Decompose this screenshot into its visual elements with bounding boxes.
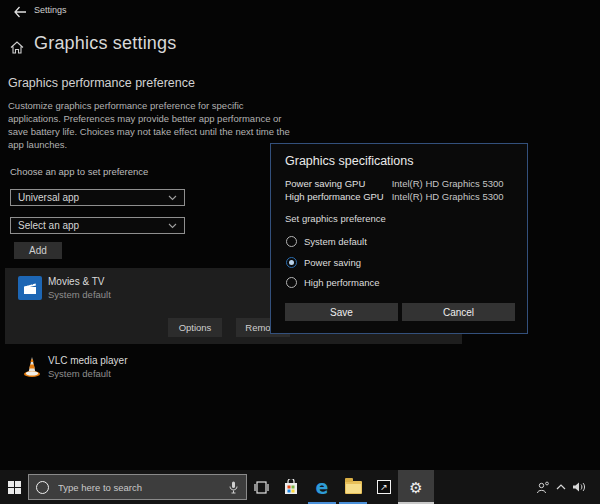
tray-chevron-up-icon[interactable] bbox=[553, 470, 569, 504]
app-name: Movies & TV bbox=[48, 276, 105, 287]
spec-row-power-saving-gpu: Power saving GPU Intel(R) HD Graphics 53… bbox=[285, 178, 515, 189]
cancel-button[interactable]: Cancel bbox=[402, 303, 515, 321]
gear-icon: ⚙ bbox=[409, 480, 422, 495]
chevron-down-icon bbox=[168, 223, 177, 229]
graphics-specifications-dialog: Graphics specifications Power saving GPU… bbox=[270, 143, 528, 334]
app-name: VLC media player bbox=[48, 355, 127, 366]
spec-value: Intel(R) HD Graphics 5300 bbox=[392, 178, 504, 189]
cortana-icon bbox=[36, 481, 49, 494]
radio-circle-icon bbox=[286, 236, 297, 247]
settings-window: Settings Graphics settings Graphics perf… bbox=[0, 0, 600, 504]
radio-circle-icon bbox=[286, 277, 297, 288]
radio-power-saving[interactable]: Power saving bbox=[286, 255, 361, 269]
section-description: Customize graphics performance preferenc… bbox=[8, 99, 294, 151]
radio-system-default[interactable]: System default bbox=[286, 234, 367, 248]
microsoft-store-button[interactable] bbox=[278, 470, 304, 504]
app-preference: System default bbox=[48, 368, 111, 379]
app-select-dropdown-value: Select an app bbox=[18, 220, 79, 231]
volume-icon[interactable] bbox=[569, 470, 589, 504]
movies-tv-icon bbox=[18, 276, 42, 300]
app-select-dropdown[interactable]: Select an app bbox=[10, 217, 185, 234]
start-button[interactable] bbox=[0, 470, 28, 504]
home-icon[interactable] bbox=[10, 41, 24, 54]
radio-high-performance[interactable]: High performance bbox=[286, 275, 380, 289]
section-title: Graphics performance preference bbox=[8, 76, 195, 90]
shortcut-arrow-icon: ↗ bbox=[377, 480, 391, 494]
spec-value: Intel(R) HD Graphics 5300 bbox=[392, 191, 504, 202]
vlc-icon bbox=[20, 352, 44, 378]
save-button[interactable]: Save bbox=[285, 303, 398, 321]
app-kind-dropdown[interactable]: Universal app bbox=[10, 189, 185, 206]
task-view-button[interactable] bbox=[248, 470, 274, 504]
search-placeholder: Type here to search bbox=[58, 482, 229, 493]
back-arrow-icon bbox=[13, 6, 27, 18]
dialog-title: Graphics specifications bbox=[285, 154, 414, 168]
back-button[interactable] bbox=[10, 3, 30, 21]
microphone-icon[interactable] bbox=[229, 481, 238, 494]
app-item-vlc[interactable]: VLC media player System default bbox=[5, 348, 462, 384]
radio-label: Power saving bbox=[304, 257, 361, 268]
edge-browser-button[interactable]: e bbox=[308, 470, 336, 504]
radio-circle-icon bbox=[286, 257, 297, 268]
radio-label: High performance bbox=[304, 277, 380, 288]
spec-label: High performance GPU bbox=[285, 191, 389, 202]
titlebar: Settings bbox=[0, 0, 600, 24]
set-graphics-preference-label: Set graphics preference bbox=[285, 213, 386, 224]
chevron-down-icon bbox=[168, 195, 177, 201]
window-title: Settings bbox=[34, 5, 67, 15]
app-preference: System default bbox=[48, 289, 111, 300]
folder-icon bbox=[345, 481, 362, 494]
page-title: Graphics settings bbox=[34, 33, 176, 54]
app-shortcut-button[interactable]: ↗ bbox=[371, 470, 397, 504]
windows-logo-icon bbox=[8, 481, 21, 494]
choose-app-label: Choose an app to set preference bbox=[10, 166, 148, 177]
options-button[interactable]: Options bbox=[168, 318, 222, 337]
taskbar: Type here to search e ↗ ⚙ bbox=[0, 470, 600, 504]
tray-partial-icon[interactable] bbox=[592, 470, 600, 504]
settings-taskbar-button[interactable]: ⚙ bbox=[398, 470, 434, 504]
spec-row-high-performance-gpu: High performance GPU Intel(R) HD Graphic… bbox=[285, 191, 515, 202]
add-button[interactable]: Add bbox=[14, 242, 62, 259]
file-explorer-button[interactable] bbox=[339, 470, 367, 504]
edge-icon: e bbox=[316, 478, 329, 497]
spec-label: Power saving GPU bbox=[285, 178, 389, 189]
radio-label: System default bbox=[304, 236, 367, 247]
taskbar-search-input[interactable]: Type here to search bbox=[28, 474, 247, 500]
app-kind-dropdown-value: Universal app bbox=[18, 192, 79, 203]
people-button[interactable] bbox=[533, 470, 553, 504]
